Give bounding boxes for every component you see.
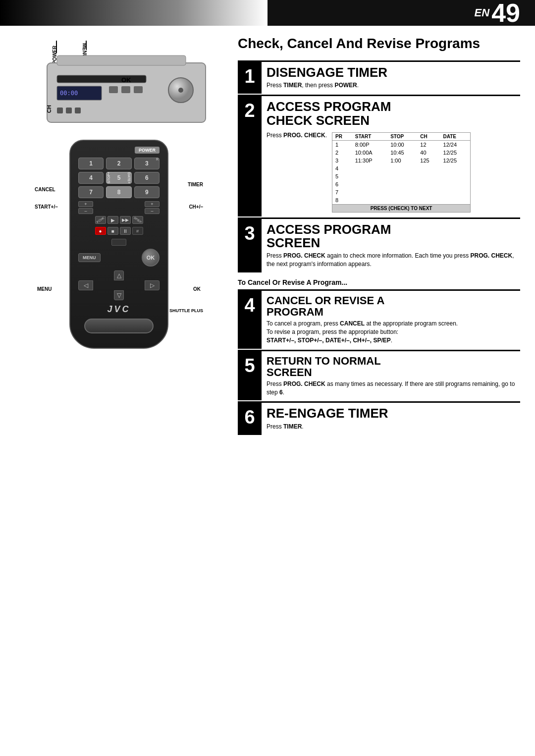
step-6-text: Press TIMER. [267, 423, 515, 431]
step-3-number: 3 [238, 219, 262, 272]
program-check-table: PR START STOP CH DATE 1 8:00P 10:00 12 [332, 132, 471, 213]
shuttle-wheel[interactable] [84, 319, 154, 333]
step-3-block: 3 ACCESS PROGRAMSCREEN Press PROG. CHECK… [238, 217, 520, 272]
step-3-heading: ACCESS PROGRAMSCREEN [267, 223, 515, 250]
jvc-brand: JVC [78, 304, 160, 315]
step-1-block: 1 DISENGAGE TIMER Press TIMER, then pres… [238, 60, 520, 94]
nav-right-btn[interactable]: ▷ [145, 280, 160, 290]
svg-rect-7 [134, 86, 143, 93]
table-row: 1 8:00P 10:00 12 12/24 [332, 140, 471, 149]
step-2-text: Press PROG. CHECK. [267, 131, 327, 140]
step-5-block: 5 RETURN TO NORMALSCREEN Press PROG. CHE… [238, 350, 520, 401]
table-header-start: START [352, 132, 387, 140]
step-1-heading: DISENGAGE TIMER [267, 66, 515, 79]
vcr-ok-label: OK [121, 76, 131, 84]
table-row: 8 [332, 196, 471, 205]
svg-rect-6 [121, 86, 130, 93]
rec-btn[interactable]: ● [95, 227, 106, 235]
svg-rect-11 [66, 108, 72, 113]
step-2-number: 2 [238, 96, 262, 216]
table-row: 2 10:00A 10:45 40 12/25 [332, 149, 471, 157]
step-5-number: 5 [238, 351, 262, 401]
step-2-heading: ACCESS PROGRAMCHECK SCREEN [267, 100, 515, 127]
remote-timer-label: TIMER [188, 182, 203, 187]
btn-8[interactable]: 8 [106, 186, 131, 198]
btn-4[interactable]: 4 [78, 172, 104, 184]
table-row: 3 11:30P 1:00 125 12/25 [332, 157, 471, 164]
menu-btn[interactable]: MENU [78, 253, 101, 262]
step-1-content: DISENGAGE TIMER Press TIMER, then press … [262, 62, 520, 94]
page-title: Check, Cancel And Revise Programs [238, 36, 520, 52]
nav-down-btn[interactable]: ▽ [114, 290, 124, 300]
step-4-block: 4 CANCEL OR REVISE APROGRAM To cancel a … [238, 289, 520, 349]
left-column: POWER MENU 00:00 [0, 26, 238, 756]
remote-cancel-label: CANCEL [35, 187, 55, 192]
stop-btn[interactable]: ■ [107, 227, 118, 235]
right-column: Check, Cancel And Revise Programs 1 DISE… [228, 26, 535, 445]
svg-text:00:00: 00:00 [60, 90, 78, 97]
menu-ok-row: MENU OK [78, 249, 160, 267]
step-1-text: Press TIMER, then press POWER. [267, 81, 515, 90]
table-header-date: DATE [440, 132, 471, 140]
number-grid: 1 2 3 R 4 STOP+ 5 DATE+ 6 7 8 9 [78, 158, 160, 198]
vcr-svg: 00:00 [42, 51, 211, 130]
remote-shuttle-label: SHUTTLE PLUS [169, 308, 203, 313]
svg-rect-5 [109, 86, 118, 93]
pause-btn[interactable]: ⏸ [120, 227, 131, 235]
table-footer-row: PRESS (CHECK) TO NEXT [332, 204, 471, 212]
menu-arrow [86, 41, 87, 50]
step-5-text: Press PROG. CHECK as many times as neces… [267, 380, 515, 397]
power-btn-row: POWER [78, 147, 160, 154]
step-1-number: 1 [238, 62, 262, 94]
step-5-heading: RETURN TO NORMALSCREEN [267, 355, 515, 378]
step-6-heading: RE-ENGAGE TIMER [267, 407, 515, 420]
remote-control: CANCEL TIMER START+/– CH+/– MENU OK SHUT… [35, 140, 203, 349]
svg-point-9 [178, 88, 183, 93]
nav-up-btn[interactable]: △ [114, 270, 124, 280]
btn-1[interactable]: 1 [78, 158, 104, 169]
remote-ok-label: OK [193, 286, 201, 292]
transport-row: P.CHK ▶ ▶▶ SP/EP [78, 216, 160, 224]
btn-5[interactable]: STOP+ 5 DATE+ [106, 172, 131, 184]
nav-left-btn[interactable]: ◁ [78, 280, 93, 290]
plus-minus-row: + – + – [78, 201, 160, 214]
btn-3[interactable]: 3 R [134, 158, 160, 169]
btn-6[interactable]: 6 [134, 172, 160, 184]
table-header-stop: STOP [387, 132, 417, 140]
btn-7[interactable]: 7 [78, 186, 104, 198]
vcr-ch-label: CH [46, 105, 52, 113]
step-2-block: 2 ACCESS PROGRAMCHECK SCREEN Press PROG.… [238, 95, 520, 216]
step-4-content: CANCEL OR REVISE APROGRAM To cancel a pr… [262, 291, 520, 349]
svg-rect-1 [57, 55, 186, 65]
cancel-subheader: To Cancel Or Revise A Program... [238, 278, 520, 286]
table-row: 7 [332, 188, 471, 196]
svg-rect-2 [57, 75, 146, 83]
en-label: EN [475, 6, 490, 19]
remote-menu-label: MENU [37, 286, 52, 292]
ffwd-btn[interactable]: ▶▶ [120, 216, 131, 224]
prog-check-btn[interactable]: P.CHK [95, 216, 106, 224]
sp-ep-btn[interactable]: SP/EP [132, 216, 143, 224]
step-3-text: Press PROG. CHECK again to check more in… [267, 252, 515, 269]
step-4-text: To cancel a program, press CANCEL at the… [267, 320, 515, 344]
power-arrow [56, 41, 57, 53]
btn-9[interactable]: 9 [134, 186, 160, 198]
step-6-block: 6 RE-ENGAGE TIMER Press TIMER. [238, 401, 520, 434]
nav-area: ◁ △ ▽ ▷ [78, 270, 160, 300]
svg-rect-10 [57, 108, 63, 113]
table-header-pr: PR [332, 132, 352, 140]
play-btn[interactable]: ▶ [107, 216, 118, 224]
table-header-ch: CH [417, 132, 440, 140]
top-gradient-bar [0, 0, 268, 26]
step-5-content: RETURN TO NORMALSCREEN Press PROG. CHECK… [262, 351, 520, 401]
remote-start-label: START+/– [35, 204, 58, 210]
btn-2[interactable]: 2 [106, 158, 131, 169]
vcr-device: POWER MENU 00:00 [27, 41, 211, 130]
ok-btn[interactable]: OK [142, 249, 160, 267]
table-row: 5 [332, 172, 471, 180]
rec-stop-row: ● ■ ⏸ II [78, 227, 160, 235]
slow-btn[interactable]: II [132, 227, 143, 235]
table-row: 4 [332, 164, 471, 172]
step-4-heading: CANCEL OR REVISE APROGRAM [267, 295, 515, 318]
remote-power-btn[interactable]: POWER [135, 147, 160, 154]
